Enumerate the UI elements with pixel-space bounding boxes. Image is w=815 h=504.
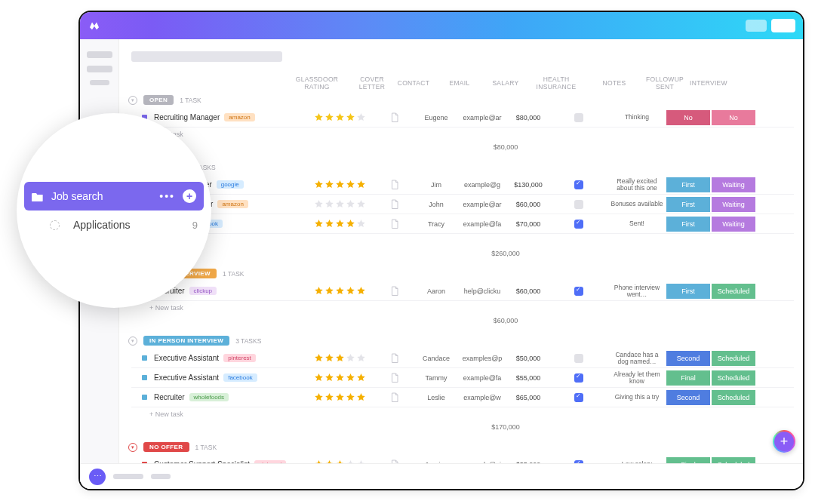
health-cell[interactable] — [549, 373, 608, 383]
email-cell[interactable]: example@w — [457, 394, 507, 401]
notes-cell[interactable]: Phone interview went… — [608, 284, 666, 298]
salary-cell[interactable]: $55,000 — [507, 374, 549, 382]
salary-cell[interactable]: $50,000 — [507, 355, 549, 362]
new-task-button[interactable]: + New task — [131, 128, 794, 140]
salary-cell[interactable]: $65,000 — [507, 394, 549, 401]
cover-letter-icon[interactable] — [374, 219, 415, 229]
checkbox-icon[interactable] — [574, 180, 583, 189]
rating-stars[interactable] — [305, 286, 374, 296]
contact-cell[interactable]: Jim — [415, 181, 457, 189]
new-task-button[interactable]: + New task — [131, 301, 794, 313]
followup-cell[interactable]: No — [666, 110, 710, 125]
followup-cell[interactable]: First — [666, 197, 710, 212]
task-row[interactable]: Executive Assistant pinterest Candace ex… — [131, 349, 794, 368]
interview-cell[interactable]: Scheduled — [712, 370, 755, 386]
interview-cell[interactable]: Waiting — [712, 197, 755, 212]
chat-icon[interactable]: ⋯ — [89, 469, 106, 485]
cover-letter-icon[interactable] — [374, 112, 415, 123]
followup-cell[interactable]: First — [666, 217, 710, 232]
checkbox-icon[interactable] — [574, 393, 583, 402]
checkbox-icon[interactable] — [574, 354, 583, 363]
status-pill[interactable]: NO OFFER — [143, 442, 189, 452]
task-row[interactable]: Recruiter clickup Aaron help@clicku $60,… — [131, 281, 794, 301]
followup-cell[interactable]: First — [666, 284, 710, 299]
salary-cell[interactable]: $60,000 — [507, 201, 549, 208]
cover-letter-icon[interactable] — [374, 286, 415, 297]
collapse-icon[interactable]: ▾ — [128, 96, 137, 105]
col-followup[interactable]: FOLLOWUP SENT — [643, 75, 687, 91]
checkbox-icon[interactable] — [574, 373, 583, 383]
health-cell[interactable] — [549, 113, 608, 122]
col-cover[interactable]: COVER LETTER — [352, 75, 392, 91]
cover-letter-icon[interactable] — [374, 392, 415, 403]
status-pill[interactable]: IN PERSON INTERVIEW — [143, 336, 229, 346]
col-notes[interactable]: NOTES — [586, 79, 643, 87]
email-cell[interactable]: example@fa — [457, 374, 507, 382]
status-pill[interactable]: OPEN — [143, 95, 174, 105]
sidebar-list-item[interactable]: Applications 9 — [17, 211, 211, 239]
sidebar-folder-active[interactable]: Job search ••• + — [24, 182, 204, 211]
col-contact[interactable]: CONTACT — [392, 79, 435, 87]
cover-letter-icon[interactable] — [374, 373, 415, 383]
health-cell[interactable] — [549, 200, 608, 209]
new-task-button[interactable]: + New task — [131, 407, 794, 419]
add-fab[interactable]: + — [773, 430, 795, 453]
salary-cell[interactable]: $70,000 — [507, 220, 549, 228]
col-email[interactable]: EMAIL — [435, 79, 484, 87]
notes-cell[interactable]: Sent! — [608, 220, 666, 227]
task-title[interactable]: Recruiter — [154, 393, 185, 401]
contact-cell[interactable]: Aaron — [415, 287, 457, 295]
company-tag[interactable]: pinterest — [223, 354, 256, 362]
rating-stars[interactable] — [305, 219, 374, 229]
status-dot[interactable] — [142, 395, 147, 400]
contact-cell[interactable]: John — [415, 201, 457, 208]
notes-cell[interactable]: Bonuses available — [608, 201, 666, 207]
interview-cell[interactable]: Scheduled — [712, 390, 755, 405]
notes-cell[interactable]: Giving this a try — [608, 394, 666, 401]
company-tag[interactable]: google — [217, 180, 244, 189]
followup-cell[interactable]: Second — [666, 390, 710, 405]
email-cell[interactable]: help@clicku — [457, 287, 507, 295]
email-cell[interactable]: example@fa — [457, 220, 507, 228]
rating-stars[interactable] — [305, 180, 374, 189]
collapse-icon[interactable]: ▾ — [128, 337, 137, 346]
email-cell[interactable]: example@ar — [457, 114, 507, 121]
health-cell[interactable] — [549, 220, 608, 229]
checkbox-icon[interactable] — [574, 287, 583, 296]
notes-cell[interactable]: Really excited about this one — [608, 178, 666, 192]
col-health[interactable]: HEALTH INSURANCE — [527, 75, 586, 91]
topbar-button-b[interactable] — [771, 19, 795, 32]
interview-cell[interactable]: Scheduled — [712, 284, 755, 299]
interview-cell[interactable]: Scheduled — [712, 351, 755, 366]
add-icon[interactable]: + — [183, 189, 196, 203]
rating-stars[interactable] — [305, 392, 374, 402]
email-cell[interactable]: examples@p — [457, 355, 507, 362]
company-tag[interactable]: facebook — [223, 373, 257, 382]
col-interview[interactable]: INTERVIEW — [687, 79, 730, 87]
health-cell[interactable] — [549, 393, 608, 402]
new-task-button[interactable]: + New task — [131, 234, 794, 246]
collapse-icon[interactable]: ▾ — [128, 443, 137, 452]
rating-stars[interactable] — [305, 112, 374, 122]
cover-letter-icon[interactable] — [374, 199, 415, 210]
task-title[interactable]: Executive Assistant — [154, 373, 219, 382]
contact-cell[interactable]: Eugene — [415, 114, 457, 121]
salary-cell[interactable]: $130,000 — [507, 181, 549, 189]
contact-cell[interactable]: Leslie — [415, 394, 457, 401]
salary-cell[interactable]: $60,000 — [507, 287, 549, 295]
company-tag[interactable]: wholefoods — [189, 393, 229, 401]
task-row[interactable]: Executive Assistant facebook Tammy examp… — [131, 368, 794, 388]
col-rating[interactable]: GLASSDOOR RATING — [282, 75, 352, 91]
more-icon[interactable]: ••• — [159, 190, 175, 202]
company-tag[interactable]: amazon — [224, 113, 254, 121]
company-tag[interactable]: clickup — [189, 287, 217, 295]
cover-letter-icon[interactable] — [374, 180, 415, 190]
interview-cell[interactable]: No — [712, 110, 755, 125]
notes-cell[interactable]: Already let them know — [608, 371, 666, 385]
status-dot[interactable] — [142, 355, 147, 361]
rating-stars[interactable] — [305, 199, 374, 209]
status-dot[interactable] — [142, 375, 147, 380]
task-row[interactable]: Product Manager google Jim example@g $13… — [131, 175, 794, 195]
interview-cell[interactable]: Waiting — [712, 217, 755, 232]
cover-letter-icon[interactable] — [374, 353, 415, 364]
